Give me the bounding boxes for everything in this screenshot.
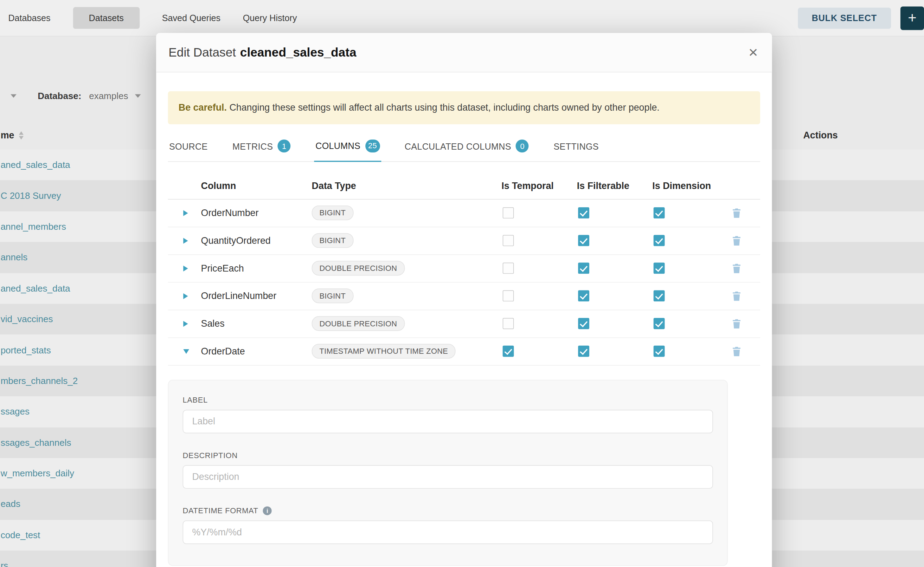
close-icon[interactable]: × (749, 45, 758, 60)
tab-label: SOURCE (169, 141, 208, 151)
data-type-header: Data Type (312, 181, 502, 192)
column-name: OrderDate (201, 346, 312, 357)
tab-columns[interactable]: COLUMNS25 (315, 132, 381, 162)
data-type-pill: BIGINT (312, 288, 354, 303)
label-input[interactable] (183, 410, 713, 433)
column-name: PriceEach (201, 263, 312, 274)
data-type-pill: DOUBLE PRECISION (312, 261, 405, 276)
column-row: PriceEachDOUBLE PRECISION (168, 255, 760, 282)
is-dimension-header: Is Dimension (652, 181, 724, 192)
tab-source[interactable]: SOURCE (168, 132, 209, 161)
is-dimension-checkbox[interactable] (654, 346, 665, 357)
is-temporal-checkbox[interactable] (503, 263, 514, 274)
is-filterable-checkbox[interactable] (578, 263, 589, 274)
tab-label: COLUMNS (315, 141, 360, 151)
datetime-format-field-label: DATETIME FORMAT i (183, 506, 713, 515)
delete-icon[interactable] (732, 208, 740, 218)
is-filterable-checkbox[interactable] (578, 235, 589, 246)
delete-icon[interactable] (732, 319, 740, 328)
is-temporal-checkbox[interactable] (503, 290, 514, 302)
expand-caret-icon[interactable] (183, 210, 188, 216)
collapse-caret-icon[interactable] (183, 349, 189, 353)
delete-icon[interactable] (732, 346, 740, 356)
tab-count-badge: 25 (365, 140, 380, 153)
is-temporal-checkbox[interactable] (503, 207, 514, 219)
column-row: QuantityOrderedBIGINT (168, 227, 760, 255)
columns-table: Column Data Type Is Temporal Is Filterab… (168, 174, 760, 365)
edit-dataset-modal: Edit Dataset cleaned_sales_data × Be car… (156, 33, 772, 567)
is-dimension-checkbox[interactable] (654, 290, 665, 302)
warning-banner-bold: Be careful. (179, 103, 227, 112)
label-field-group: LABEL (183, 396, 713, 433)
is-filterable-checkbox[interactable] (578, 207, 589, 219)
modal-header: Edit Dataset cleaned_sales_data × (156, 33, 772, 72)
tab-label: SETTINGS (554, 141, 599, 151)
description-field-group: DESCRIPTION (183, 451, 713, 488)
description-field-label: DESCRIPTION (183, 451, 713, 459)
expand-caret-icon[interactable] (183, 293, 188, 299)
tab-count-badge: 0 (516, 140, 529, 153)
is-temporal-checkbox[interactable] (503, 235, 514, 246)
modal-body: Be careful. Changing these settings will… (156, 72, 772, 567)
column-row: SalesDOUBLE PRECISION (168, 310, 760, 338)
delete-icon[interactable] (732, 264, 740, 273)
column-name: Sales (201, 318, 312, 329)
is-dimension-checkbox[interactable] (654, 263, 665, 274)
column-row: OrderNumberBIGINT (168, 199, 760, 227)
delete-icon[interactable] (732, 236, 740, 245)
is-filterable-checkbox[interactable] (578, 346, 589, 357)
is-temporal-checkbox[interactable] (503, 318, 514, 329)
tab-metrics[interactable]: METRICS1 (231, 132, 292, 161)
data-type-pill: DOUBLE PRECISION (312, 316, 405, 331)
description-input[interactable] (183, 465, 713, 488)
is-dimension-checkbox[interactable] (654, 207, 665, 219)
is-temporal-checkbox[interactable] (503, 346, 514, 357)
is-dimension-checkbox[interactable] (654, 318, 665, 329)
columns-table-header-row: Column Data Type Is Temporal Is Filterab… (168, 174, 760, 200)
modal-tabs: SOURCEMETRICS1COLUMNS25CALCULATED COLUMN… (168, 132, 760, 162)
modal-title-prefix: Edit Dataset (169, 45, 236, 59)
datetime-format-label-text: DATETIME FORMAT (183, 506, 259, 515)
is-temporal-header: Is Temporal (501, 181, 577, 192)
datetime-format-field-group: DATETIME FORMAT i (183, 506, 713, 544)
delete-icon[interactable] (732, 291, 740, 301)
is-filterable-header: Is Filterable (577, 181, 653, 192)
tab-label: CALCULATED COLUMNS (405, 141, 511, 151)
column-row: OrderDateTIMESTAMP WITHOUT TIME ZONE (168, 338, 760, 365)
tab-count-badge: 1 (278, 140, 291, 153)
data-type-pill: BIGINT (312, 233, 354, 248)
column-header: Column (201, 181, 312, 192)
tab-calculated-columns[interactable]: CALCULATED COLUMNS0 (403, 132, 530, 161)
tab-settings[interactable]: SETTINGS (552, 132, 600, 161)
expand-caret-icon[interactable] (183, 237, 188, 243)
column-name: QuantityOrdered (201, 236, 312, 246)
expand-caret-icon[interactable] (183, 321, 188, 327)
column-name: OrderNumber (201, 208, 312, 218)
column-detail-panel: LABEL DESCRIPTION DATETIME FORMAT i (168, 380, 728, 566)
warning-banner-text: Changing these settings will affect all … (227, 103, 660, 112)
modal-title: Edit Dataset cleaned_sales_data (169, 45, 356, 59)
data-type-pill: TIMESTAMP WITHOUT TIME ZONE (312, 344, 456, 358)
label-field-label: LABEL (183, 396, 713, 404)
info-icon[interactable]: i (263, 506, 272, 515)
viewport: Database: examples me Actions aned_sales… (0, 0, 924, 567)
is-dimension-checkbox[interactable] (654, 235, 665, 246)
column-row: OrderLineNumberBIGINT (168, 282, 760, 310)
modal-title-dataset: cleaned_sales_data (240, 45, 357, 59)
is-filterable-checkbox[interactable] (578, 318, 589, 329)
warning-banner: Be careful. Changing these settings will… (168, 92, 760, 124)
column-name: OrderLineNumber (201, 291, 312, 301)
is-filterable-checkbox[interactable] (578, 290, 589, 302)
tab-label: METRICS (232, 141, 273, 151)
columns-table-rows: OrderNumberBIGINTQuantityOrderedBIGINTPr… (168, 199, 760, 365)
data-type-pill: BIGINT (312, 206, 354, 220)
expand-caret-icon[interactable] (183, 265, 188, 271)
datetime-format-input[interactable] (183, 520, 713, 544)
